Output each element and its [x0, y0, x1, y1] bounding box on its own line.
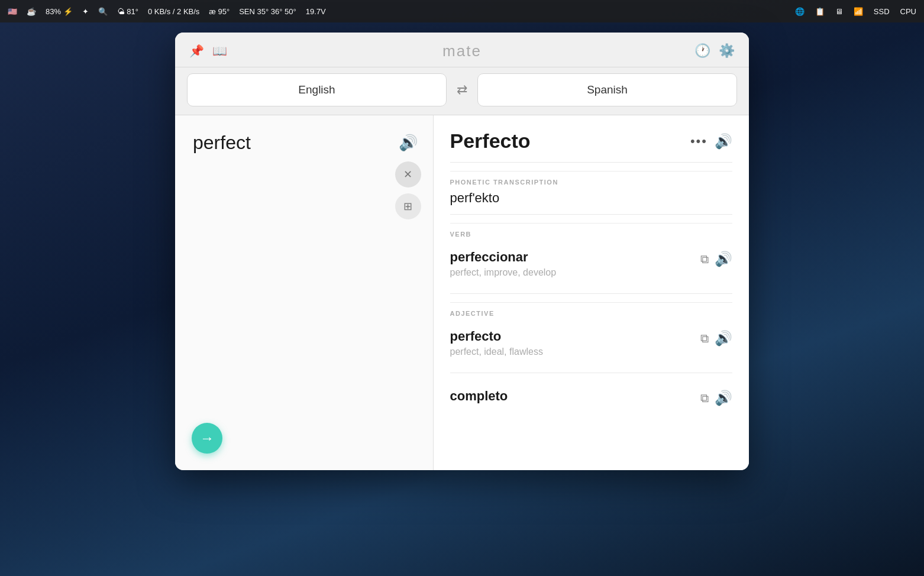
more-dots-icon: •••	[690, 134, 707, 148]
adj-entry-actions-0: ⧉ 🔊	[700, 329, 732, 347]
more-options-button[interactable]: •••	[690, 134, 707, 149]
adj-entry-actions-1: ⧉ 🔊	[700, 389, 732, 406]
copy-verb-button[interactable]: ⧉	[700, 253, 709, 266]
flashcard-icon: ⊞	[403, 200, 412, 213]
history-icon[interactable]: 🕐	[694, 43, 710, 59]
clear-input-button[interactable]: ✕	[395, 161, 421, 187]
adj-entry-content-0: perfecto perfect, ideal, flawless	[450, 329, 695, 357]
target-language-button[interactable]: Spanish	[477, 73, 737, 106]
play-translation-audio-button[interactable]: 🔊	[715, 133, 732, 150]
verb-section: VERB perfeccionar perfect, improve, deve…	[450, 223, 733, 285]
language-selector: English ⇄ Spanish	[175, 67, 749, 115]
adjective-section: ADJECTIVE perfecto perfect, ideal, flawl…	[450, 302, 733, 413]
play-verb-audio-button[interactable]: 🔊	[715, 251, 732, 267]
menubar-ae: æ 95°	[206, 6, 232, 17]
menubar-klack: ✦	[79, 6, 92, 17]
content-area: perfect 🔊 ✕ ⊞ → Perfecto	[175, 115, 749, 470]
flashcard-button[interactable]: ⊞	[395, 193, 421, 219]
menubar-mirror: 📋	[812, 6, 828, 17]
menubar-coffee: ☕	[24, 6, 39, 17]
copy-adj-1-button[interactable]: ⧉	[700, 391, 709, 405]
speaker-icon: 🔊	[399, 134, 418, 152]
verb-entry-actions: ⧉ 🔊	[700, 250, 732, 267]
table-row: completo ⧉ 🔊	[450, 381, 733, 413]
left-panel: perfect 🔊 ✕ ⊞ →	[175, 115, 434, 470]
speaker-icon: 🔊	[715, 251, 732, 267]
divider-verb	[450, 214, 733, 215]
menubar-network: 0 KB/s / 2 KB/s	[145, 6, 202, 17]
pin-icon[interactable]: 📌	[189, 44, 204, 58]
app-title: mate	[442, 42, 482, 60]
speaker-icon: 🔊	[715, 330, 732, 346]
phonetic-text: perf'ekto	[450, 190, 733, 206]
close-icon: ✕	[403, 168, 412, 181]
speaker-icon: 🔊	[715, 133, 732, 149]
table-row: perfeccionar perfect, improve, develop ⧉…	[450, 242, 733, 285]
menubar-search: 🔍	[95, 6, 111, 17]
translation-word: Perfecto	[450, 130, 531, 153]
menubar-wifi: 📶	[851, 6, 866, 17]
menubar-globe: 🌐	[792, 6, 807, 17]
settings-icon[interactable]: ⚙️	[719, 43, 735, 59]
menubar-cpu: CPU	[897, 6, 919, 17]
play-source-audio-button[interactable]: 🔊	[395, 130, 421, 156]
adjective-label: ADJECTIVE	[450, 310, 733, 317]
menubar-sen: SEN 35° 36° 50°	[236, 6, 299, 17]
translation-header-actions: ••• 🔊	[690, 133, 732, 150]
menubar-voltage: 19.7V	[303, 6, 329, 17]
title-bar-right: 🕐 ⚙️	[694, 43, 735, 59]
menubar-battery: 83% ⚡	[43, 6, 76, 17]
menubar-weather: 🌤 81°	[114, 6, 141, 17]
title-bar-left: 📌 📖	[189, 44, 227, 58]
title-bar-center: mate	[442, 42, 482, 60]
swap-icon: ⇄	[457, 82, 467, 98]
translation-header: Perfecto ••• 🔊	[450, 130, 733, 153]
menubar: 🇺🇸 ☕ 83% ⚡ ✦ 🔍 🌤 81° 0 KB/s / 2 KB/s æ 9…	[0, 0, 924, 22]
play-adj-0-audio-button[interactable]: 🔊	[715, 330, 732, 347]
source-language-button[interactable]: English	[187, 73, 447, 106]
phonetic-section: PHONETIC TRANSCRIPTION perf'ekto	[450, 171, 733, 206]
verb-entry-content: perfeccionar perfect, improve, develop	[450, 250, 695, 278]
menubar-flag: 🇺🇸	[5, 6, 20, 17]
menubar-right: 🌐 📋 🖥 📶 SSD CPU	[792, 6, 919, 17]
left-panel-actions: 🔊 ✕ ⊞	[395, 130, 421, 219]
verb-entry-word: perfeccionar	[450, 250, 695, 265]
copy-adj-0-button[interactable]: ⧉	[700, 332, 709, 345]
translate-button[interactable]: →	[192, 423, 222, 454]
input-word: perfect	[193, 132, 251, 153]
menubar-display: 🖥	[832, 6, 846, 17]
verb-entry-synonyms: perfect, improve, develop	[450, 267, 695, 278]
divider-adjective	[450, 293, 733, 294]
speaker-icon: 🔊	[715, 390, 732, 406]
right-panel: Perfecto ••• 🔊 PHONETIC TRANSCRIPTION pe…	[434, 115, 749, 470]
swap-languages-button[interactable]: ⇄	[449, 77, 475, 103]
menubar-ssd: SSD	[871, 6, 893, 17]
adj-entry-word-1: completo	[450, 389, 695, 404]
table-row: perfecto perfect, ideal, flawless ⧉ 🔊	[450, 322, 733, 364]
phonetic-label: PHONETIC TRANSCRIPTION	[450, 179, 733, 186]
verb-label: VERB	[450, 231, 733, 238]
app-window: 📌 📖 mate 🕐 ⚙️ English ⇄ Spanish perfect …	[175, 33, 749, 470]
adj-entry-word-0: perfecto	[450, 329, 695, 344]
divider-phonetic	[450, 162, 733, 163]
play-adj-1-audio-button[interactable]: 🔊	[715, 390, 732, 406]
book-icon[interactable]: 📖	[212, 44, 227, 58]
divider-adj-inner	[450, 373, 733, 373]
arrow-right-icon: →	[200, 430, 214, 446]
adj-entry-synonyms-0: perfect, ideal, flawless	[450, 347, 695, 357]
adj-entry-content-1: completo	[450, 389, 695, 406]
title-bar: 📌 📖 mate 🕐 ⚙️	[175, 33, 749, 67]
